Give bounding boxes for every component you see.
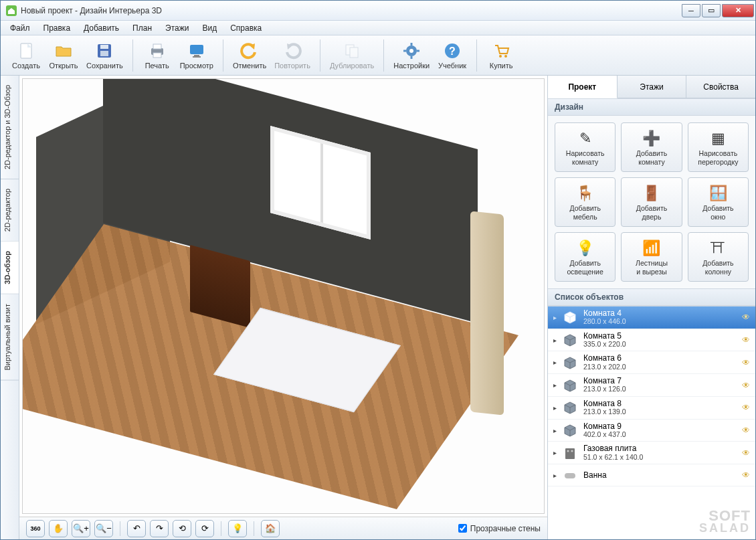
visibility-icon[interactable]: 👁 <box>742 335 750 345</box>
right-tab-свойства[interactable]: Свойства <box>686 76 755 98</box>
menubar: ФайлПравкаДобавитьПланЭтажиВидСправка <box>1 21 755 35</box>
object-icon <box>562 377 578 393</box>
object-icon <box>562 399 578 416</box>
close-button[interactable]: ✕ <box>722 4 754 17</box>
visibility-icon[interactable]: 👁 <box>742 403 750 412</box>
object-icon <box>562 467 578 483</box>
settings-button[interactable]: Настройки <box>389 39 434 71</box>
svg-rect-10 <box>193 56 201 58</box>
visibility-icon[interactable]: 👁 <box>742 381 750 390</box>
design-icon: ➕ <box>642 128 661 147</box>
object-item[interactable]: ▸Комната 5335.0 x 220.0👁 <box>548 329 755 352</box>
object-item[interactable]: ▸Комната 4280.0 x 446.0👁 <box>548 306 755 329</box>
preview-button[interactable]: Просмотр <box>176 39 217 71</box>
help-icon: ? <box>442 41 462 61</box>
zoom-out-icon[interactable]: 🔍− <box>94 520 113 537</box>
right-tab-этажи[interactable]: Этажи <box>618 76 687 98</box>
design-icon: ✎ <box>576 128 595 147</box>
design-лестницы-и-вырезы[interactable]: 📶Лестницыи вырезы <box>621 232 682 282</box>
svg-rect-1 <box>21 43 31 58</box>
objects-list[interactable]: ▸Комната 4280.0 x 446.0👁▸Комната 5335.0 … <box>548 306 755 539</box>
menu-правка[interactable]: Правка <box>37 22 78 34</box>
save-button[interactable]: Сохранить <box>82 39 127 71</box>
visibility-icon[interactable]: 👁 <box>742 426 750 435</box>
expand-icon: ▸ <box>553 404 557 412</box>
light-icon[interactable]: 💡 <box>228 520 247 537</box>
design-добавить-мебель[interactable]: 🪑Добавитьмебель <box>555 177 616 227</box>
design-добавить-освещение[interactable]: 💡Добавитьосвещение <box>555 232 616 282</box>
orbit-right-icon[interactable]: ⟳ <box>195 520 214 537</box>
left-tabstrip: 2D-редактор и 3D-Обзор2D-редактор3D-обзо… <box>1 76 19 539</box>
buy-button[interactable]: Купить <box>482 39 520 71</box>
help-button[interactable]: ?Учебник <box>434 39 471 71</box>
redo-icon <box>282 41 302 61</box>
new-button[interactable]: Создать <box>7 39 45 71</box>
object-icon <box>562 445 578 461</box>
design-добавить-комнату[interactable]: ➕Добавитькомнату <box>621 122 682 172</box>
svg-point-24 <box>567 450 569 452</box>
object-item[interactable]: ▸Газовая плита51.0 x 62.1 x 140.0👁 <box>548 442 755 464</box>
rotate-left-icon[interactable]: ↶ <box>127 520 146 537</box>
object-item[interactable]: ▸Комната 8213.0 x 139.0👁 <box>548 397 755 420</box>
print-button[interactable]: Печать <box>138 39 176 71</box>
left-tab-2d-редактор[interactable]: 2D-редактор <box>1 179 19 242</box>
expand-icon: ▸ <box>553 472 557 479</box>
open-button[interactable]: Открыть <box>45 39 82 71</box>
file-icon <box>16 41 36 61</box>
360-icon[interactable]: 360 <box>26 520 45 537</box>
expand-icon: ▸ <box>553 449 557 456</box>
expand-icon: ▸ <box>553 337 557 344</box>
design-icon: 💡 <box>576 238 595 257</box>
window-title: Новый проект - Дизайн Интерьера 3D <box>21 6 680 15</box>
menu-справка[interactable]: Справка <box>223 22 268 34</box>
visibility-icon[interactable]: 👁 <box>742 470 750 480</box>
design-добавить-дверь[interactable]: 🚪Добавитьдверь <box>621 177 682 227</box>
transparent-walls-checkbox[interactable]: Прозрачные стены <box>458 524 541 533</box>
object-item[interactable]: ▸Комната 6213.0 x 202.0👁 <box>548 351 755 374</box>
orbit-left-icon[interactable]: ⟲ <box>173 520 191 537</box>
svg-point-22 <box>504 55 507 58</box>
object-item[interactable]: ▸Ванна👁 <box>548 464 755 486</box>
design-добавить-колонну[interactable]: ⛩Добавитьколонну <box>688 232 749 282</box>
menu-вид[interactable]: Вид <box>195 22 223 34</box>
left-tab-2d-редактор-и-3d-обзор[interactable]: 2D-редактор и 3D-Обзор <box>1 76 19 179</box>
left-tab-виртуальный-визит[interactable]: Виртуальный визит <box>1 294 19 381</box>
design-нарисовать-перегородку[interactable]: ▦Нарисоватьперегородку <box>688 122 749 172</box>
object-icon <box>562 355 578 371</box>
menu-план[interactable]: План <box>126 22 159 34</box>
visibility-icon[interactable]: 👁 <box>742 358 750 367</box>
menu-добавить[interactable]: Добавить <box>77 22 126 34</box>
design-icon: 🪑 <box>576 183 595 202</box>
home-icon[interactable]: 🏠 <box>261 520 280 537</box>
design-icon: 🪟 <box>708 183 727 202</box>
expand-icon: ▸ <box>553 359 557 366</box>
gear-icon <box>401 41 421 61</box>
zoom-in-icon[interactable]: 🔍+ <box>72 520 90 537</box>
design-добавить-окно[interactable]: 🪟Добавитьокно <box>688 177 749 227</box>
folder-icon <box>54 41 74 61</box>
maximize-button[interactable]: ▭ <box>702 4 721 17</box>
viewport: 360✋🔍+🔍−↶↷⟲⟳💡🏠 Прозрачные стены <box>19 76 548 539</box>
duplicate-icon <box>342 41 362 61</box>
object-item[interactable]: ▸Комната 9402.0 x 437.0👁 <box>548 420 755 442</box>
expand-icon: ▸ <box>553 314 557 321</box>
design-нарисовать-комнату[interactable]: ✎Нарисоватькомнату <box>555 122 616 172</box>
minimize-button[interactable]: ─ <box>682 4 700 17</box>
undo-icon <box>240 41 260 61</box>
main-toolbar: СоздатьОткрытьСохранитьПечатьПросмотрОтм… <box>1 35 755 76</box>
menu-файл[interactable]: Файл <box>3 22 37 34</box>
design-icon: ▦ <box>708 128 727 147</box>
svg-rect-3 <box>100 45 108 49</box>
visibility-icon[interactable]: 👁 <box>742 448 750 458</box>
left-tab-3d-обзор[interactable]: 3D-обзор <box>1 242 19 294</box>
svg-rect-8 <box>190 45 203 54</box>
right-tab-проект[interactable]: Проект <box>548 76 618 98</box>
view-toolbar: 360✋🔍+🔍−↶↷⟲⟳💡🏠 Прозрачные стены <box>19 517 547 539</box>
menu-этажи[interactable]: Этажи <box>159 22 195 34</box>
hand-icon[interactable]: ✋ <box>49 520 68 537</box>
undo-button[interactable]: Отменить <box>229 39 270 71</box>
object-item[interactable]: ▸Комната 7213.0 x 126.0👁 <box>548 374 755 397</box>
3d-scene[interactable] <box>22 78 545 514</box>
visibility-icon[interactable]: 👁 <box>742 312 750 322</box>
rotate-right-icon[interactable]: ↷ <box>150 520 169 537</box>
